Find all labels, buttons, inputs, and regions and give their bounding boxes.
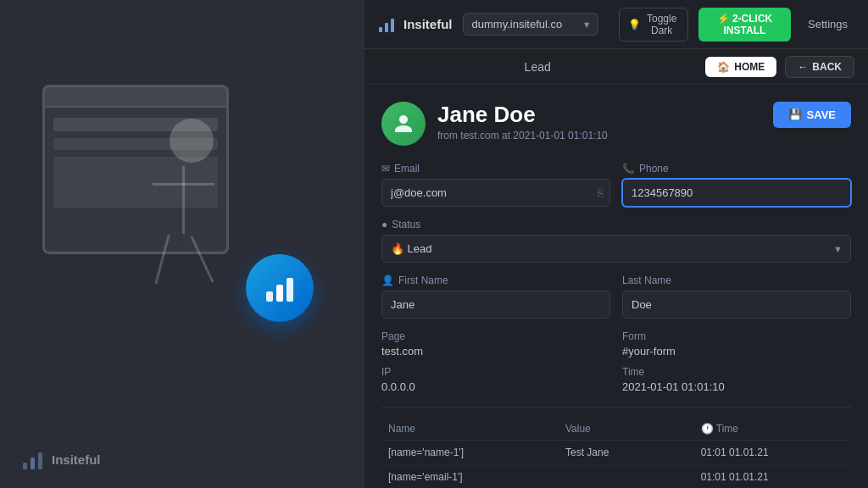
back-button[interactable]: ← BACK [785,56,854,78]
install-button[interactable]: ⚡ 2-CLICK INSTALL [698,8,791,42]
row-name-0: [name='name-1'] [381,441,559,465]
form-info-label: Form [622,330,851,342]
email-phone-row: ✉ Email ⎘ 📞 Phone [381,163,851,207]
back-arrow-icon: ← [798,61,808,73]
table-body: [name='name-1'] Test Jane 01:01 01.01.21… [381,441,851,489]
row-value-0: Test Jane [559,441,694,465]
save-button[interactable]: 💾 SAVE [773,102,851,128]
page-info-item: Page test.com [381,330,610,358]
bulb-icon: 💡 [628,19,641,30]
back-label: BACK [812,61,842,73]
svg-rect-2 [287,278,293,302]
domain-selector-wrapper[interactable]: dummy.insiteful.co ▼ [463,13,598,36]
row-time-0: 01:01 01.01.21 [694,441,851,465]
nav-logo-icon [378,15,397,34]
svg-rect-1 [276,285,283,302]
svg-rect-4 [31,458,35,469]
status-icon: ● [381,219,387,230]
save-label: SAVE [807,108,836,121]
table-row: [name='name-1'] Test Jane 01:01 01.01.21 [381,441,851,465]
form-info-value: #your-form [622,345,851,358]
svg-rect-7 [385,23,388,32]
top-nav: Insiteful dummy.insiteful.co ▼ 💡 Toggle … [364,0,868,49]
svg-rect-6 [379,27,382,32]
domain-select[interactable]: dummy.insiteful.co [463,13,598,36]
toggle-dark-label: Toggle Dark [645,13,679,36]
col-name-header: Name [381,418,559,441]
bottom-logo: Insiteful [21,447,101,471]
status-select-wrapper: 🔥 Lead ▼ [381,235,851,263]
email-label: ✉ Email [381,163,610,175]
home-button[interactable]: 🏠 HOME [705,57,776,77]
install-label: ⚡ 2-CLICK INSTALL [709,13,781,36]
lead-source: from test.com at 2021-01-01 01:01:10 [437,130,761,141]
svg-rect-5 [38,452,42,469]
data-table: Name Value 🕐 Time [name='name-1'] Test J… [381,418,851,488]
form-info-item: Form #your-form [622,330,851,358]
stick-figure [153,119,214,234]
save-icon: 💾 [788,108,802,121]
time-info-value: 2021-01-01 01:01:10 [622,380,851,393]
bg-illustration: Insiteful [0,0,364,488]
email-input[interactable] [381,179,610,207]
ip-info-item: IP 0.0.0.0 [381,366,610,393]
lead-name: Jane Doe [437,102,761,128]
row-name-1: [name='email-1'] [381,465,559,489]
person-icon: 👤 [381,274,394,286]
first-name-label: 👤 First Name [381,274,610,286]
time-info-item: Time 2021-01-01 01:01:10 [622,366,851,393]
row-time-1: 01:01 01.01.21 [694,465,851,489]
col-value-header: Value [559,418,694,441]
svg-rect-0 [266,291,273,302]
toggle-dark-button[interactable]: 💡 Toggle Dark [619,8,688,42]
table-header: Name Value 🕐 Time [381,418,851,441]
svg-rect-8 [391,19,394,32]
home-icon: 🏠 [717,61,730,73]
main-panel: Jane Doe from test.com at 2021-01-01 01:… [364,85,868,488]
ip-info-value: 0.0.0.0 [381,380,610,393]
row-value-1 [559,465,694,489]
lead-avatar [381,102,426,146]
first-name-input[interactable] [381,291,610,319]
phone-label: 📞 Phone [622,163,851,175]
table-row: [name='email-1'] 01:01 01.01.21 [381,465,851,489]
floating-app-icon [246,254,314,322]
last-name-label: Last Name [622,274,851,286]
last-name-input[interactable] [622,291,851,319]
email-group: ✉ Email ⎘ [381,163,610,207]
bottom-logo-text: Insiteful [52,452,101,467]
email-input-wrapper: ⎘ [381,179,610,207]
copy-icon[interactable]: ⎘ [598,187,604,199]
page-info-value: test.com [381,345,610,358]
phone-group: 📞 Phone [622,163,851,207]
clock-icon: 🕐 [701,423,716,435]
phone-icon: 📞 [622,163,635,175]
page-info-label: Page [381,330,610,342]
lead-info: Jane Doe from test.com at 2021-01-01 01:… [437,102,761,141]
email-icon: ✉ [381,163,390,175]
col-time-header: 🕐 Time [694,418,851,441]
svg-rect-3 [23,463,27,469]
last-name-group: Last Name [622,274,851,319]
first-name-group: 👤 First Name [381,274,610,319]
phone-input[interactable] [622,179,851,207]
page-title: Lead [487,60,588,74]
ip-info-label: IP [381,366,610,378]
info-grid: Page test.com Form #your-form IP 0.0.0.0… [381,330,851,393]
status-select[interactable]: 🔥 Lead [381,235,851,263]
name-row: 👤 First Name Last Name [381,274,851,319]
status-group: ● Status 🔥 Lead ▼ [381,219,851,263]
home-label: HOME [734,61,765,73]
nav-logo: Insiteful [378,15,453,34]
nav-app-name: Insiteful [403,17,453,31]
section-divider [381,407,851,408]
status-row: ● Status 🔥 Lead ▼ [381,219,851,263]
settings-button[interactable]: Settings [801,14,854,35]
lead-header: Jane Doe from test.com at 2021-01-01 01:… [381,102,851,146]
sub-nav: Lead 🏠 HOME ← BACK [364,49,868,85]
settings-label: Settings [808,18,848,30]
time-info-label: Time [622,366,851,378]
status-label: ● Status [381,219,851,230]
